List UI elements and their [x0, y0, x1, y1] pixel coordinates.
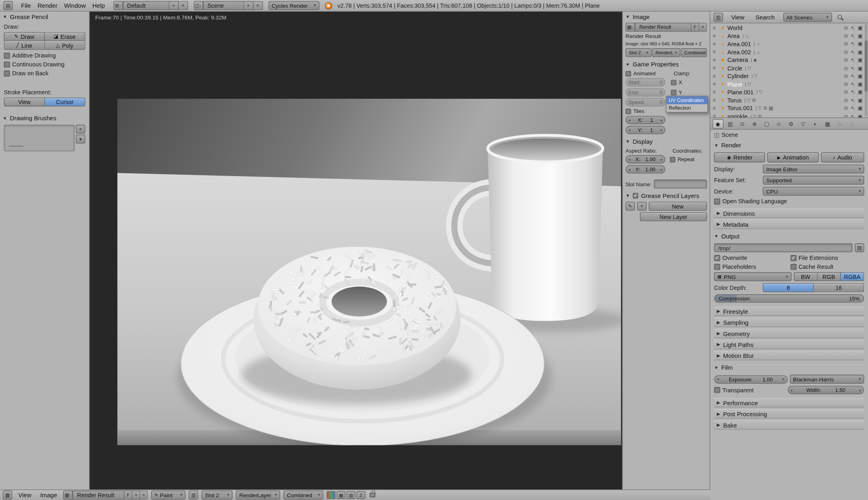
image-editor-type-button[interactable]: ▦	[3, 491, 12, 500]
selectable-toggle-icon[interactable]: ↖	[851, 89, 855, 95]
fake-user-button[interactable]: F	[691, 23, 699, 32]
hide-toggle-eye-icon[interactable]: ⊙	[844, 98, 848, 103]
render-toggle-icon[interactable]: ▣	[858, 113, 863, 117]
render-toggle-icon[interactable]: ▣	[858, 89, 863, 95]
gp-new-button[interactable]: New	[649, 202, 707, 211]
render-animation-button[interactable]: ▶Animation	[767, 153, 818, 163]
object-name[interactable]: Area.001	[727, 40, 751, 47]
transparent-checkbox[interactable]: Transparent	[714, 387, 785, 393]
collapsed-panel-header[interactable]: ▶Light Paths	[714, 340, 864, 349]
search-icon[interactable]	[837, 15, 842, 19]
lock-icon[interactable]	[370, 493, 376, 497]
render-toggle-icon[interactable]: ▣	[858, 73, 863, 79]
render-toggle-icon[interactable]: ▣	[858, 25, 863, 31]
properties-tab[interactable]: ▥	[725, 119, 736, 128]
collapsed-panel-header[interactable]: ▶Geometry	[714, 329, 864, 338]
scene-browse-button[interactable]: ◫↕	[193, 1, 203, 10]
image-name[interactable]: Render Result	[635, 23, 692, 32]
render-toggle-icon[interactable]: ▣	[858, 105, 863, 111]
outliner-item[interactable]: ⊕ ▼ Torus | ▽ ⚙ ⊙ ↖ ▣	[711, 96, 867, 104]
grease-pencil-panel-header[interactable]: ▼ Grease Pencil	[0, 12, 89, 22]
hide-toggle-eye-icon[interactable]: ⊙	[844, 65, 848, 71]
render-panel-header[interactable]: ▼Render	[714, 140, 864, 150]
gp-pencil-button[interactable]: ✎	[626, 202, 635, 211]
selectable-toggle-icon[interactable]: ↖	[851, 113, 855, 117]
output-path-field[interactable]: /tmp/	[714, 243, 853, 252]
stroke-view-button[interactable]: View	[4, 98, 45, 106]
selectable-toggle-icon[interactable]: ↖	[851, 33, 855, 39]
hide-toggle-eye-icon[interactable]: ⊙	[844, 41, 848, 47]
render-toggle-icon[interactable]: ▣	[858, 81, 863, 87]
tiles-y-field[interactable]: ◂Y:1▸	[626, 126, 666, 134]
object-name[interactable]: Torus	[727, 97, 741, 103]
properties-tab[interactable]: ▦	[822, 119, 833, 128]
object-name[interactable]: Cylinder	[727, 73, 749, 79]
slot-select[interactable]: Slot 2▾	[626, 48, 652, 57]
filter-type-select[interactable]: Blackman-Harris▾	[790, 375, 864, 384]
hide-toggle-eye-icon[interactable]: ⊙	[844, 25, 848, 31]
hide-toggle-eye-icon[interactable]: ⊙	[844, 89, 848, 95]
image-panel-header[interactable]: ▼ Image	[623, 12, 710, 22]
expand-icon[interactable]: ⊕	[712, 114, 718, 117]
selectable-toggle-icon[interactable]: ↖	[851, 25, 855, 31]
gp-poly-button[interactable]: △Poly	[44, 41, 85, 50]
properties-tab[interactable]: ∴	[834, 119, 845, 128]
channel-alpha-icon[interactable]: ▥	[347, 491, 356, 499]
view-menu[interactable]: View	[15, 491, 34, 500]
outliner-editor-type-button[interactable]: ▥	[713, 13, 723, 21]
expand-icon[interactable]: ⊕	[712, 41, 718, 46]
expand-icon[interactable]: ⊕	[712, 57, 718, 62]
bw-button[interactable]: BW	[794, 272, 817, 281]
tiles-x-field[interactable]: ◂X:1▸	[626, 116, 666, 124]
screen-layout-name[interactable]: Default	[123, 1, 169, 10]
expand-icon[interactable]: ⊕	[712, 89, 718, 94]
image-browse-button[interactable]: ▦↕	[626, 23, 635, 32]
collapsed-panel-header[interactable]: ▶Sampling	[714, 318, 864, 327]
hide-toggle-eye-icon[interactable]: ⊙	[844, 81, 848, 87]
file-extensions-checkbox[interactable]: ✓File Extensions	[790, 254, 864, 261]
scene-name[interactable]: Scene	[203, 1, 244, 10]
breadcrumb-scene[interactable]: Scene	[722, 131, 738, 138]
unlink-image-button[interactable]: ×	[699, 23, 707, 32]
hide-toggle-eye-icon[interactable]: ⊙	[844, 105, 848, 111]
drawing-brushes-panel-header[interactable]: ▼ Drawing Brushes	[0, 113, 89, 123]
brush-list[interactable]	[4, 125, 75, 151]
properties-tab[interactable]: ▢	[761, 119, 772, 128]
start-field[interactable]: Start:0	[626, 78, 666, 87]
channel-color-alpha-icon[interactable]: ▦	[337, 491, 345, 499]
menu-item[interactable]: Render	[35, 1, 60, 10]
hide-toggle-eye-icon[interactable]: ⊙	[844, 33, 848, 39]
depth-8-button[interactable]: 8	[763, 283, 814, 292]
mode-select[interactable]: ✎Paint▾	[151, 491, 186, 500]
render-toggle-icon[interactable]: ▣	[858, 98, 863, 103]
outliner-item[interactable]: ⊕ ▼ Plane | ▽ ⊙ ↖ ▣	[711, 80, 867, 88]
properties-tab[interactable]: ⊙	[737, 119, 748, 128]
speed-field[interactable]: Speed:0	[626, 98, 666, 106]
rgb-button[interactable]: RGB	[817, 272, 841, 281]
object-name[interactable]: Circle	[727, 65, 742, 71]
properties-tab[interactable]: ⊂	[773, 119, 784, 128]
gp-draw-button[interactable]: ✎Draw	[4, 32, 45, 41]
grease-pencil-layers-panel-header[interactable]: ▼ ✓ Grease Pencil Layers	[623, 191, 710, 201]
expand-icon[interactable]: ⊕	[712, 33, 718, 38]
device-select[interactable]: CPU▾	[763, 187, 864, 196]
image-browse-button[interactable]: ▦↕	[63, 491, 72, 500]
exposure-field[interactable]: ◂Exposure:1.00▸	[714, 375, 788, 383]
collapsed-panel-header[interactable]: ▶Performance	[714, 398, 864, 407]
slot-icon-button[interactable]: ▥	[189, 491, 198, 500]
render-pass-select[interactable]: Combined▾	[284, 491, 324, 500]
menu-item[interactable]: File	[18, 1, 34, 10]
outliner-scrollbar[interactable]	[865, 24, 868, 117]
new-image-button[interactable]: +	[132, 491, 140, 500]
brush-specials-button[interactable]: ▾	[76, 135, 85, 144]
collapsed-panel-header[interactable]: ▶Metadata	[714, 219, 864, 229]
additive-drawing-checkbox[interactable]: Additive Drawing	[4, 52, 85, 59]
object-name[interactable]: Area	[727, 32, 739, 39]
output-panel-header[interactable]: ▼Output	[714, 231, 864, 241]
render-engine-select[interactable]: Cycles Render▾	[268, 1, 319, 10]
slot-select[interactable]: Slot 2▾	[201, 491, 233, 500]
hide-toggle-eye-icon[interactable]: ⊙	[844, 49, 848, 55]
rgba-button[interactable]: RGBA	[841, 272, 864, 281]
object-name[interactable]: sprinkle	[727, 113, 747, 117]
expand-icon[interactable]: ⊕	[712, 106, 718, 111]
